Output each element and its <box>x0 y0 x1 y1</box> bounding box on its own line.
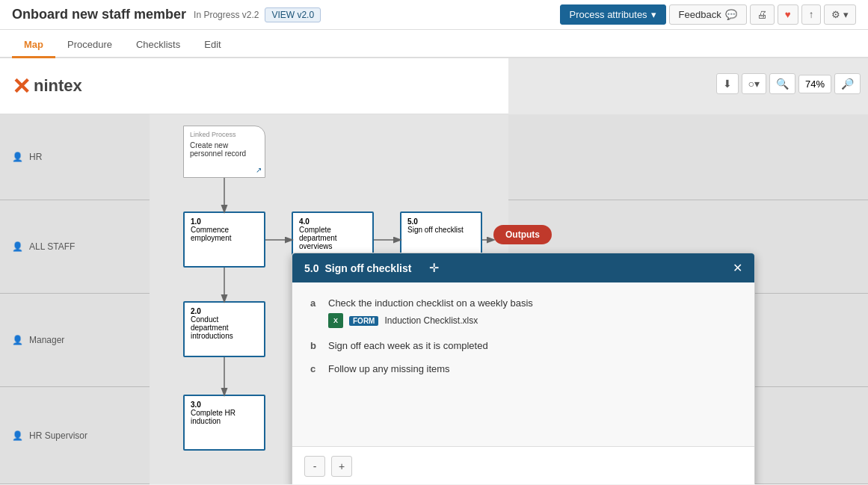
logo-bar: ✕ nintex <box>0 58 508 114</box>
status-badge: In Progress v2.2 <box>194 10 259 20</box>
chevron-down-icon: ▾ <box>651 9 656 20</box>
zoom-level: 74% <box>798 75 831 93</box>
step-1-label: Commence employment <box>191 226 231 242</box>
feedback-button[interactable]: Feedback 💬 <box>669 4 747 25</box>
popup-item-b-text: Sign off each week as it is completed <box>328 340 488 351</box>
popup-item-a: a Check the induction checklist on a wee… <box>310 297 736 328</box>
nav-tabs: Map Procedure Checklists Edit <box>0 30 868 58</box>
person-icon-4: 👤 <box>12 430 23 441</box>
step-2-box[interactable]: 2.0 Conduct department introductions <box>183 301 265 357</box>
popup-letter-b: b <box>310 340 319 351</box>
print-button[interactable]: 🖨 <box>750 4 775 25</box>
form-link: X FORM Induction Checklist.xlsx <box>328 313 533 328</box>
step-3-box[interactable]: 3.0 Complete HR induction <box>183 395 265 451</box>
canvas-toolbar: ⬇ ○▾ 🔍 74% 🔎 <box>716 73 861 94</box>
outputs-box[interactable]: Outputs <box>493 225 552 244</box>
step-4-label: Complete department overviews <box>299 226 337 250</box>
popup-zoom-in-button[interactable]: + <box>331 456 352 477</box>
view-link-button[interactable]: VIEW v2.0 <box>265 7 321 22</box>
person-icon-2: 👤 <box>12 241 23 252</box>
heart-icon: ♥ <box>785 9 791 20</box>
popup-item-a-content: Check the induction checklist on a weekl… <box>328 297 533 328</box>
tab-edit[interactable]: Edit <box>192 33 233 58</box>
form-badge[interactable]: FORM <box>349 316 378 326</box>
tab-checklists[interactable]: Checklists <box>124 33 192 58</box>
process-attributes-label: Process attributes <box>570 9 647 20</box>
logo-text: nintex <box>34 76 82 96</box>
gear-icon: ⚙ <box>831 9 840 20</box>
person-icon-3: 👤 <box>12 335 23 345</box>
page-title: Onboard new staff member <box>12 7 186 22</box>
chat-icon: 💬 <box>725 9 737 20</box>
tab-procedure[interactable]: Procedure <box>55 33 124 58</box>
excel-icon: X <box>328 313 343 328</box>
popup-item-a-text: Check the induction checklist on a weekl… <box>328 297 533 309</box>
form-filename[interactable]: Induction Checklist.xlsx <box>384 315 478 326</box>
drag-icon[interactable]: ✛ <box>429 261 439 275</box>
favorite-button[interactable]: ♥ <box>778 4 798 25</box>
popup-step-num: 5.0 <box>304 262 318 274</box>
step-3-num: 3.0 <box>191 401 258 409</box>
step-5-label: Sign off checklist <box>407 226 464 234</box>
feedback-label: Feedback <box>679 9 721 20</box>
close-button[interactable]: ✕ <box>733 261 742 275</box>
linked-process-box[interactable]: Linked Process Create new personnel reco… <box>183 126 265 178</box>
zoom-in-button[interactable]: 🔎 <box>834 73 861 94</box>
tab-map[interactable]: Map <box>12 33 55 58</box>
step-1-num: 1.0 <box>191 217 258 226</box>
popup-item-b: b Sign off each week as it is completed <box>310 340 736 351</box>
download-button[interactable]: ⬇ <box>716 73 739 94</box>
popup-sign-off: 5.0 Sign off checklist ✛ ✕ a Check the i… <box>292 253 755 484</box>
canvas-area: ✕ nintex ⬇ ○▾ 🔍 74% 🔎 👤 HR 👤 ALL STAFF <box>0 58 868 484</box>
popup-header: 5.0 Sign off checklist ✛ ✕ <box>292 253 754 282</box>
settings-button[interactable]: ⚙ ▾ <box>824 4 856 25</box>
external-link-icon: ↗ <box>256 166 262 174</box>
popup-footer: - + <box>292 446 754 484</box>
lane-manager-label: 👤 Manager <box>0 294 150 386</box>
popup-body: a Check the induction checklist on a wee… <box>292 282 754 401</box>
popup-title: Sign off checklist <box>324 262 411 274</box>
popup-item-c: c Follow up any missing items <box>310 363 736 374</box>
process-map: 👤 HR 👤 ALL STAFF 👤 Manager 👤 HR Supervis… <box>0 114 868 484</box>
linked-process-label: Linked Process <box>190 131 259 138</box>
lane-all-staff-label: 👤 ALL STAFF <box>0 200 150 293</box>
popup-letter-c: c <box>310 363 319 374</box>
popup-zoom-out-button[interactable]: - <box>304 456 325 477</box>
lane-hr-supervisor-label: 👤 HR Supervisor <box>0 387 150 484</box>
share-icon: ↑ <box>809 9 814 20</box>
lane-hr-label: 👤 HR <box>0 114 150 200</box>
share-button[interactable]: ↑ <box>801 4 822 25</box>
step-3-label: Complete HR induction <box>191 409 236 425</box>
step-2-num: 2.0 <box>191 307 258 315</box>
settings-chevron-icon: ▾ <box>843 9 849 20</box>
zoom-out-button[interactable]: 🔍 <box>769 73 795 94</box>
process-attributes-button[interactable]: Process attributes ▾ <box>560 4 666 25</box>
popup-spacer <box>292 401 754 446</box>
popup-letter-a: a <box>310 297 319 309</box>
linked-process-title: Create new personnel record <box>190 141 259 158</box>
popup-item-c-text: Follow up any missing items <box>328 363 450 374</box>
print-icon: 🖨 <box>757 9 767 20</box>
step-2-label: Conduct department introductions <box>191 315 233 340</box>
circle-button[interactable]: ○▾ <box>742 73 766 94</box>
header: Onboard new staff member In Progress v2.… <box>0 0 868 30</box>
step-1-box[interactable]: 1.0 Commence employment <box>183 211 265 268</box>
step-4-num: 4.0 <box>299 217 366 226</box>
header-right: Process attributes ▾ Feedback 💬 🖨 ♥ ↑ ⚙ … <box>560 4 856 25</box>
step-5-num: 5.0 <box>407 217 475 226</box>
logo-x-icon: ✕ <box>12 73 31 99</box>
person-icon: 👤 <box>12 152 23 162</box>
